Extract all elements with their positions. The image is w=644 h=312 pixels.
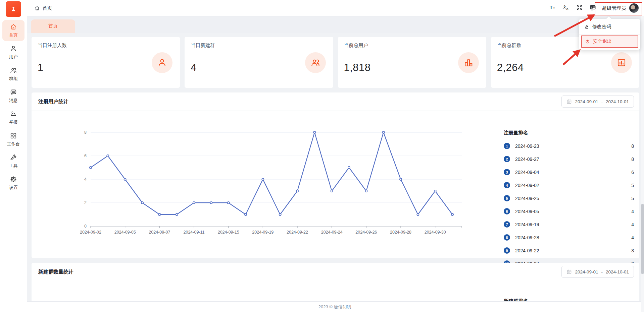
app-logo[interactable] — [6, 1, 21, 17]
date-range-picker[interactable]: 2024-09-01 - 2024-10-01 — [561, 266, 634, 278]
svg-text:2024-09-07: 2024-09-07 — [149, 230, 170, 235]
breadcrumb-label: 首页 — [42, 5, 52, 11]
sidebar-item-workbench[interactable]: 工作台 — [2, 129, 24, 150]
ranking-row: 82024-09-284 — [503, 231, 636, 244]
sidebar-item-settings[interactable]: 设置 — [2, 173, 24, 193]
sidebar-item-tools[interactable]: 工具 — [2, 151, 24, 172]
topbar: 首页 TT文A 超级管理员 — [27, 0, 644, 16]
lock-icon — [584, 24, 589, 29]
footer-text: 2023 © 唐僧叨叨. — [318, 304, 352, 310]
rank-badge: 5 — [504, 195, 510, 201]
sidebar-item-home[interactable]: 首页 — [2, 20, 24, 41]
svg-text:2024-09-28: 2024-09-28 — [390, 230, 411, 235]
sidebar-item-label: 群组 — [2, 76, 24, 82]
panel-header: 注册用户统计 2024-09-01 - 2024-10-01 — [32, 92, 639, 111]
bar-chart-box-icon — [611, 52, 632, 73]
sidebar-item-reports[interactable]: 举报 — [2, 107, 24, 128]
ranking-title: 注册量排名 — [503, 130, 636, 136]
sidebar-item-messages[interactable]: 消息 — [2, 85, 24, 106]
group-icon — [305, 52, 326, 73]
rank-date: 2024-09-28 — [515, 235, 539, 240]
user-name: 超级管理员 — [602, 5, 627, 11]
sidebar-item-label: 首页 — [2, 32, 24, 38]
scrollbar-thumb[interactable] — [641, 204, 644, 274]
stat-value: 1,818 — [344, 62, 371, 74]
topbar-tools: TT文A — [548, 4, 597, 12]
stat-label: 当前总用户 — [344, 42, 368, 49]
sidebar-item-users[interactable]: 用户 — [2, 42, 24, 63]
svg-text:6: 6 — [84, 153, 87, 158]
tab-home[interactable]: 首页 — [31, 19, 75, 33]
svg-text:T: T — [553, 6, 555, 9]
svg-text:2024-09-24: 2024-09-24 — [321, 230, 343, 235]
registered-users-panel: 注册用户统计 2024-09-01 - 2024-10-01 024682024… — [32, 92, 639, 258]
svg-text:2024-09-02: 2024-09-02 — [80, 230, 101, 235]
ranking-row: 62024-09-054 — [503, 205, 636, 218]
stat-label: 当日注册人数 — [38, 42, 67, 49]
ranking-row: 22024-09-278 — [503, 152, 636, 166]
registration-ranking: 注册量排名 12024-09-23822024-09-27832024-09-0… — [503, 130, 636, 270]
rank-value: 4 — [631, 222, 634, 227]
rank-badge: 7 — [504, 221, 510, 228]
svg-text:2024-09-26: 2024-09-26 — [355, 230, 377, 235]
stat-label: 当前总群数 — [497, 42, 522, 49]
ranking-row: 32024-09-046 — [503, 166, 636, 179]
menu-item-label: 安全退出 — [593, 39, 612, 45]
rank-date: 2024-09-22 — [515, 248, 539, 253]
fullscreen-icon — [576, 4, 583, 12]
date-separator: - — [601, 99, 603, 104]
svg-text:A: A — [566, 7, 568, 11]
rank-value: 5 — [631, 183, 634, 188]
wrench-icon — [2, 154, 24, 161]
rank-badge: 6 — [504, 208, 510, 214]
monk-logo-icon — [10, 6, 17, 12]
stat-value: 1 — [38, 62, 44, 74]
rank-date: 2024-09-05 — [515, 209, 539, 214]
calendar-icon — [566, 269, 572, 274]
stat-card-2: 当前总用户1,818 — [338, 37, 486, 88]
ranking-row: 12024-09-238 — [503, 139, 636, 152]
rank-date: 2024-09-27 — [515, 157, 539, 162]
font-size-icon: TT — [549, 4, 556, 12]
stat-card-0: 当日注册人数1 — [32, 37, 180, 88]
translate-button[interactable]: 文A — [562, 4, 571, 12]
date-end: 2024-10-01 — [606, 269, 629, 274]
sidebar-item-label: 用户 — [2, 54, 24, 60]
sidebar-item-groups[interactable]: 群组 — [2, 64, 24, 84]
ranking-row: 92024-09-223 — [503, 244, 636, 257]
user-menu-trigger[interactable]: 超级管理员 — [601, 2, 640, 14]
menu-item-change-password[interactable]: 修改密码 — [579, 20, 640, 33]
sidebar-item-label: 消息 — [2, 98, 24, 104]
date-start: 2024-09-01 — [575, 99, 598, 104]
sidebar-item-label: 设置 — [2, 185, 24, 191]
svg-text:2024-09-15: 2024-09-15 — [218, 230, 239, 235]
home-icon — [34, 5, 40, 11]
layout-icon — [589, 4, 596, 12]
translate-icon: 文A — [562, 4, 569, 12]
svg-text:2024-09-11: 2024-09-11 — [183, 230, 204, 235]
menu-item-logout[interactable]: 安全退出 — [581, 36, 638, 48]
date-separator: - — [601, 269, 603, 274]
rank-badge: 3 — [504, 169, 510, 175]
stat-value: 4 — [191, 62, 197, 74]
fullscreen-button[interactable] — [575, 4, 584, 12]
date-start: 2024-09-01 — [575, 269, 598, 274]
rank-date: 2024-09-23 — [515, 143, 539, 149]
stat-card-1: 当日新建群4 — [185, 37, 333, 88]
avatar[interactable] — [629, 3, 639, 13]
date-range-picker[interactable]: 2024-09-01 - 2024-10-01 — [561, 96, 634, 108]
breadcrumb[interactable]: 首页 — [34, 5, 52, 11]
rank-value: 6 — [631, 170, 634, 175]
svg-text:2024-09-22: 2024-09-22 — [287, 230, 308, 235]
main-content: 当日注册人数1当日新建群4当前总用户1,818当前总群数2,264 注册用户统计… — [27, 33, 644, 312]
menu-divider — [579, 34, 640, 35]
user-dropdown-menu: 修改密码安全退出 — [579, 19, 640, 50]
font-size-button[interactable]: TT — [548, 4, 557, 12]
power-icon — [585, 39, 590, 44]
calendar-icon — [566, 99, 572, 104]
page-scrollbar[interactable] — [641, 16, 644, 312]
svg-text:2024-09-05: 2024-09-05 — [114, 230, 136, 235]
message-icon — [2, 88, 24, 96]
svg-text:2024-09-30: 2024-09-30 — [425, 230, 446, 235]
layout-button[interactable] — [589, 4, 597, 12]
